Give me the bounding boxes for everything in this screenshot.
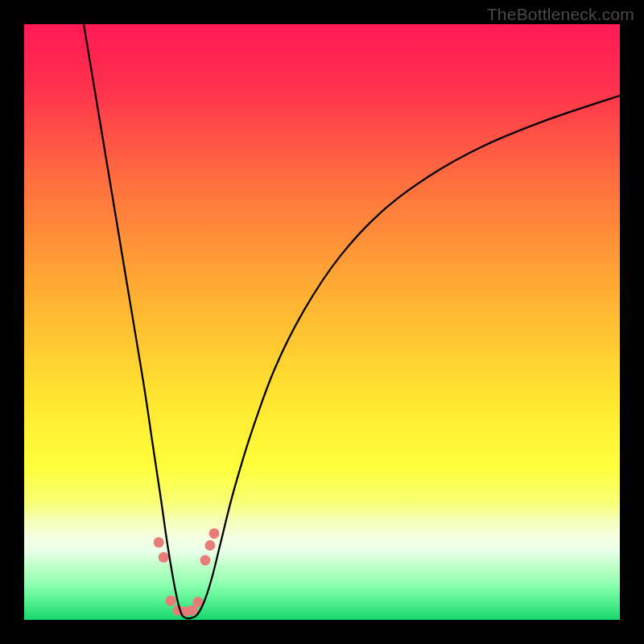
highlight-dots bbox=[154, 528, 220, 617]
chart-svg bbox=[24, 24, 620, 620]
marker-dot bbox=[200, 555, 210, 566]
marker-dot bbox=[159, 552, 169, 563]
bottleneck-curve bbox=[84, 24, 620, 618]
marker-dot bbox=[166, 596, 176, 606]
marker-dot bbox=[209, 528, 220, 539]
watermark-text: TheBottleneck.com bbox=[487, 5, 634, 24]
marker-dot bbox=[154, 537, 164, 547]
plot-area bbox=[24, 24, 620, 620]
chart-frame: TheBottleneck.com bbox=[0, 0, 644, 644]
marker-dot bbox=[204, 540, 215, 551]
